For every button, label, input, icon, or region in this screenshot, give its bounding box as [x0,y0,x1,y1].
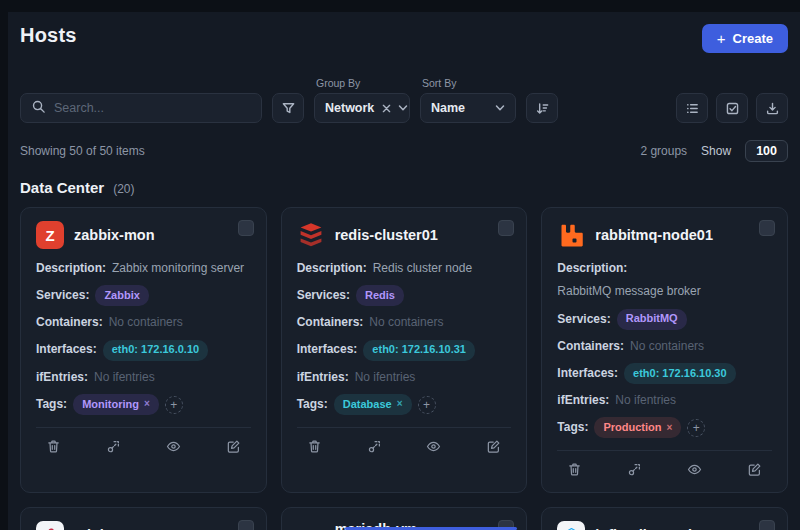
remove-tag-icon[interactable]: × [397,397,403,412]
tag-badge: Database× [334,394,412,415]
description-value: RabbitMQ message broker [557,283,700,300]
view-button[interactable] [687,462,702,477]
export-button[interactable] [756,93,788,123]
page-header: Hosts + Create [20,24,788,53]
containers-label: Containers: [557,338,624,355]
filter-button[interactable] [272,93,304,123]
clear-group-icon[interactable] [382,104,391,113]
ifentries-label: ifEntries: [297,369,349,386]
description-value: Redis cluster node [373,260,472,277]
group-name: Data Center [20,179,104,196]
network-scan-button[interactable] [367,439,382,454]
search-icon [31,99,46,118]
minio-icon [36,521,64,530]
sort-direction-button[interactable] [526,93,558,123]
service-badges: RabbitMQ [617,309,687,330]
host-checkbox[interactable] [759,520,775,530]
influxdb-icon [557,521,585,530]
add-tag-button[interactable]: + [687,419,705,437]
add-tag-button[interactable]: + [418,396,436,414]
redis-icon [297,221,325,249]
network-scan-button[interactable] [627,462,642,477]
interface-badges: eth0: 172.16.10.31 [363,340,475,361]
view-button[interactable] [426,439,441,454]
host-checkbox[interactable] [238,220,254,236]
ifentries-label: ifEntries: [36,369,88,386]
service-badges: Zabbix [95,285,148,306]
sort-by-value: Name [431,101,465,115]
card-actions [36,427,251,456]
description-label: Description: [557,260,627,277]
network-scan-icon [627,462,642,477]
delete-button[interactable] [567,462,582,477]
list-view-button[interactable] [676,93,708,123]
host-cards-grid: Z zabbix-mon Description: Zabbix monitor… [20,207,788,530]
edit-button[interactable] [747,462,762,477]
show-label: Show [701,144,731,158]
eye-icon [687,462,702,477]
trash-icon [307,439,322,454]
host-card[interactable]: redis-cluster01 Description: Redis clust… [281,207,528,493]
containers-label: Containers: [297,314,364,331]
chevron-down-icon [495,103,505,113]
description-label: Description: [297,260,367,277]
ifentries-value: No ifentries [355,369,416,386]
containers-label: Containers: [36,314,103,331]
sort-by-select[interactable]: Name [420,93,516,123]
value-badge: eth0: 172.16.0.10 [103,340,208,361]
description-value: Zabbix monitoring server [112,260,244,277]
host-service-icon [557,521,585,530]
eye-icon [166,439,181,454]
showing-count-text: Showing 50 of 50 items [20,144,145,158]
network-scan-icon [367,439,382,454]
delete-button[interactable] [307,439,322,454]
value-badge: Zabbix [95,285,148,306]
remove-tag-icon[interactable]: × [144,397,150,412]
host-card[interactable]: rabbitmq-node01 Description: RabbitMQ me… [541,207,788,493]
host-card[interactable]: Z zabbix-mon Description: Zabbix monitor… [20,207,267,493]
edit-button[interactable] [486,439,501,454]
group-header: Data Center (20) [20,179,788,196]
description-label: Description: [36,260,106,277]
create-button[interactable]: + Create [702,24,788,53]
host-name: zabbix-mon [74,227,155,243]
interfaces-label: Interfaces: [36,341,97,358]
list-icon [685,101,700,116]
edit-button[interactable] [226,439,241,454]
view-actions [676,93,788,123]
containers-value: No containers [369,314,443,331]
host-card[interactable]: influxdb-metrics Description: InfluxDB m… [541,507,788,530]
host-checkbox[interactable] [498,220,514,236]
groups-count-text: 2 groups [640,144,687,158]
services-label: Services: [557,311,610,328]
bulk-edit-button[interactable] [716,93,748,123]
page-size-select[interactable]: 100 [745,140,788,162]
services-label: Services: [297,287,350,304]
create-button-label: Create [733,31,773,46]
funnel-icon [281,101,296,116]
eye-icon [426,439,441,454]
host-service-icon [297,221,325,249]
host-card[interactable]: minio-storage Description: MinIO object … [20,507,267,530]
interfaces-label: Interfaces: [557,365,618,382]
group-count: (20) [113,182,134,196]
ifentries-label: ifEntries: [557,392,609,409]
value-badge: RabbitMQ [617,309,687,330]
search-input[interactable] [54,101,251,115]
network-scan-button[interactable] [106,439,121,454]
host-service-icon: Z [36,221,64,249]
group-by-value: Network [325,101,374,115]
hosts-page: Hosts + Create Group By Network [8,12,800,530]
view-button[interactable] [166,439,181,454]
host-checkbox[interactable] [238,520,254,530]
toolbar: Group By Network Sort By Name [20,77,788,123]
host-checkbox[interactable] [759,220,775,236]
remove-tag-icon[interactable]: × [667,421,673,436]
interface-badges: eth0: 172.16.10.30 [624,363,736,384]
value-badge: Redis [356,285,404,306]
page-title: Hosts [20,24,77,47]
add-tag-button[interactable]: + [165,396,183,414]
containers-value: No containers [109,314,183,331]
delete-button[interactable] [46,439,61,454]
group-by-select[interactable]: Network [314,93,410,123]
